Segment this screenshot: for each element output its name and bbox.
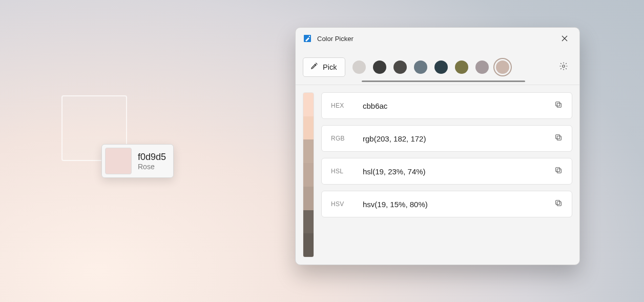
copy-icon <box>554 133 563 144</box>
copy-icon <box>554 199 563 209</box>
copy-button-hsv[interactable] <box>550 196 567 212</box>
shade-6[interactable] <box>303 233 314 257</box>
pick-button[interactable]: Pick <box>303 57 345 77</box>
eyedropper-tooltip: f0d9d5 Rose <box>101 144 174 178</box>
copy-icon <box>554 100 563 111</box>
copy-button-hex[interactable] <box>550 97 567 114</box>
color-picker-window: Color Picker Pick <box>295 27 580 265</box>
eyedropper-icon <box>309 62 319 72</box>
pick-button-label: Pick <box>323 63 337 71</box>
history-color-1[interactable] <box>373 61 386 74</box>
svg-rect-6 <box>556 135 560 139</box>
format-value-hex[interactable]: cbb6ac <box>363 102 550 110</box>
svg-rect-7 <box>557 169 561 173</box>
svg-rect-8 <box>556 168 560 172</box>
format-label-hsv: HSV <box>331 200 363 208</box>
color-formats: HEX cbb6ac RGB rgb(203, 182, 172) HSL hs… <box>321 92 572 257</box>
color-history <box>352 61 548 74</box>
eyedropper-hex: f0d9d5 <box>138 152 166 163</box>
format-row-hex: HEX cbb6ac <box>321 92 572 119</box>
history-color-4[interactable] <box>434 61 448 74</box>
format-label-hex: HEX <box>331 102 363 109</box>
history-color-7[interactable] <box>496 61 509 74</box>
window-body: HEX cbb6ac RGB rgb(203, 182, 172) HSL hs… <box>296 85 579 265</box>
svg-rect-9 <box>557 202 561 206</box>
format-value-rgb[interactable]: rgb(203, 182, 172) <box>363 134 550 143</box>
svg-point-1 <box>309 36 310 37</box>
history-scrollbar[interactable] <box>362 80 525 82</box>
history-color-3[interactable] <box>414 61 427 74</box>
shade-4[interactable] <box>303 187 314 210</box>
history-color-0[interactable] <box>352 61 366 74</box>
eyedropper-color-name: Rose <box>138 163 166 171</box>
copy-button-hsl[interactable] <box>550 163 567 179</box>
svg-rect-10 <box>556 200 560 205</box>
svg-rect-4 <box>556 102 560 106</box>
svg-rect-5 <box>557 136 561 140</box>
format-row-hsl: HSL hsl(19, 23%, 74%) <box>321 158 572 185</box>
svg-point-2 <box>563 65 565 67</box>
svg-rect-3 <box>557 103 561 107</box>
format-value-hsv[interactable]: hsv(19, 15%, 80%) <box>363 200 550 209</box>
format-row-hsv: HSV hsv(19, 15%, 80%) <box>321 191 572 217</box>
history-color-5[interactable] <box>455 61 468 74</box>
format-row-rgb: RGB rgb(203, 182, 172) <box>321 125 572 152</box>
shade-3[interactable] <box>303 163 314 187</box>
shade-2[interactable] <box>303 139 314 163</box>
format-label-rgb: RGB <box>331 135 363 142</box>
shade-5[interactable] <box>303 210 314 234</box>
shade-strip[interactable] <box>303 92 314 257</box>
close-button[interactable] <box>553 30 576 47</box>
history-color-6[interactable] <box>475 61 489 74</box>
shade-1[interactable] <box>303 116 314 140</box>
shade-0[interactable] <box>303 93 314 116</box>
titlebar[interactable]: Color Picker <box>296 28 579 49</box>
gear-icon <box>559 62 568 73</box>
copy-button-rgb[interactable] <box>550 130 567 147</box>
format-label-hsl: HSL <box>331 168 363 175</box>
eyedropper-swatch <box>105 148 132 174</box>
toolbar: Pick <box>296 49 579 85</box>
app-icon <box>303 34 312 43</box>
settings-button[interactable] <box>555 58 572 76</box>
copy-icon <box>554 166 563 176</box>
window-title: Color Picker <box>317 35 354 43</box>
history-color-2[interactable] <box>393 61 407 74</box>
format-value-hsl[interactable]: hsl(19, 23%, 74%) <box>363 167 550 176</box>
